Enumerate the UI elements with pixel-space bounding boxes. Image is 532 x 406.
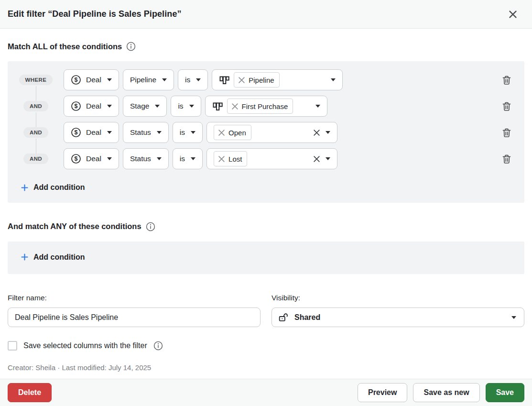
add-condition-button[interactable]: Add condition [21,183,85,192]
chevron-down-icon [196,78,201,81]
add-condition-label: Add condition [33,253,85,262]
deal-dollar-icon [71,101,81,111]
chevron-down-icon [162,78,167,81]
info-icon[interactable] [126,42,136,51]
entity-select[interactable]: Deal [64,148,119,169]
condition-row-2: AND Deal Stage is [15,96,513,117]
entity-label: Deal [86,154,101,163]
operator-label: is [178,102,183,110]
pipeline-funnel-icon [212,101,223,112]
remove-value-icon[interactable] [231,103,239,110]
chevron-down-icon [107,105,112,108]
entity-label: Deal [86,102,101,110]
plus-icon [21,184,28,191]
value-chip-label: Open [228,129,246,137]
operator-label: is [180,154,185,163]
chevron-down-icon [189,105,194,108]
trash-icon [501,101,512,112]
chevron-down-icon [511,316,516,319]
condition-row-3: AND Deal Status is [15,122,513,143]
value-chip: First Purchase [227,99,293,114]
save-columns-row: Save selected columns with the filter [8,341,524,351]
value-chip-label: First Purchase [242,102,288,110]
field-select[interactable]: Status [123,122,169,143]
chevron-down-icon [107,157,112,160]
creator-meta: Creator: Sheila · Last modified: July 14… [8,363,524,372]
dialog-header: Edit filter “Deal Pipeline is Sales Pipe… [0,0,532,29]
chevron-down-icon [331,78,336,81]
chevron-down-icon [191,157,195,160]
clear-value-icon[interactable] [313,155,320,163]
operator-label: is [185,76,190,84]
save-as-new-button[interactable]: Save as new [413,383,479,402]
field-label: Stage [130,102,150,110]
delete-condition-button[interactable] [500,126,513,139]
remove-value-icon[interactable] [238,77,245,84]
value-chip: Open [214,125,251,140]
chevron-down-icon [157,131,162,134]
field-select[interactable]: Status [123,148,169,169]
preview-button[interactable]: Preview [358,383,407,402]
visibility-select[interactable]: Shared [271,307,524,327]
value-select[interactable]: Lost [206,148,337,169]
add-condition-label: Add condition [33,183,85,192]
lock-open-icon [278,312,288,322]
chevron-down-icon [107,131,112,134]
pipeline-funnel-icon [219,75,230,86]
delete-condition-button[interactable] [500,73,513,87]
info-icon[interactable] [146,222,155,231]
chevron-down-icon [191,131,195,134]
value-select[interactable]: First Purchase [205,96,327,117]
entity-select[interactable]: Deal [64,122,119,143]
delete-condition-button[interactable] [500,152,513,165]
visibility-value: Shared [294,313,320,322]
plus-icon [21,253,28,261]
filter-name-input[interactable] [8,307,261,327]
close-icon [509,10,517,19]
match-all-panel: WHERE Deal Pipeline is [8,61,524,203]
delete-condition-button[interactable] [500,99,513,113]
entity-label: Deal [86,76,101,84]
condition-connector: AND [23,127,48,138]
dialog-body: Match ALL of these conditions WHERE Deal [0,42,532,372]
delete-button[interactable]: Delete [8,383,52,402]
match-all-heading-text: Match ALL of these conditions [8,42,122,51]
save-button[interactable]: Save [486,383,524,402]
operator-select[interactable]: is [173,122,203,143]
save-columns-checkbox[interactable] [8,341,17,351]
value-select[interactable]: Pipeline [212,69,343,90]
chevron-down-icon [326,157,330,160]
entity-select[interactable]: Deal [64,96,119,117]
value-chip: Pipeline [234,72,279,88]
add-condition-button[interactable]: Add condition [21,253,85,262]
remove-value-icon[interactable] [218,155,225,163]
visibility-group: Visibility: Shared [271,294,524,327]
field-select[interactable]: Stage [123,96,167,117]
deal-dollar-icon [71,154,81,164]
condition-row-4: AND Deal Status is [15,148,513,169]
entity-label: Deal [86,128,101,137]
operator-select[interactable]: is [171,96,201,117]
remove-value-icon[interactable] [218,129,225,136]
info-icon[interactable] [153,341,163,351]
trash-icon [501,75,512,86]
match-any-heading: And match ANY of these conditions [8,222,524,231]
close-button[interactable] [506,8,520,21]
name-visibility-row: Filter name: Visibility: Shared [8,294,524,327]
field-select[interactable]: Pipeline [123,69,174,90]
chevron-down-icon [107,78,112,81]
value-chip: Lost [214,151,247,166]
deal-dollar-icon [71,75,81,85]
value-select[interactable]: Open [206,122,337,143]
edit-filter-dialog: Edit filter “Deal Pipeline is Sales Pipe… [0,0,532,372]
operator-select[interactable]: is [173,148,203,169]
match-any-heading-text: And match ANY of these conditions [8,222,141,231]
entity-select[interactable]: Deal [64,69,119,90]
field-label: Status [130,128,151,137]
operator-select[interactable]: is [178,69,208,90]
save-columns-label: Save selected columns with the filter [23,341,147,350]
value-chip-label: Lost [228,155,242,163]
clear-value-icon[interactable] [313,129,320,136]
condition-connector: WHERE [19,75,53,85]
trash-icon [501,127,512,138]
